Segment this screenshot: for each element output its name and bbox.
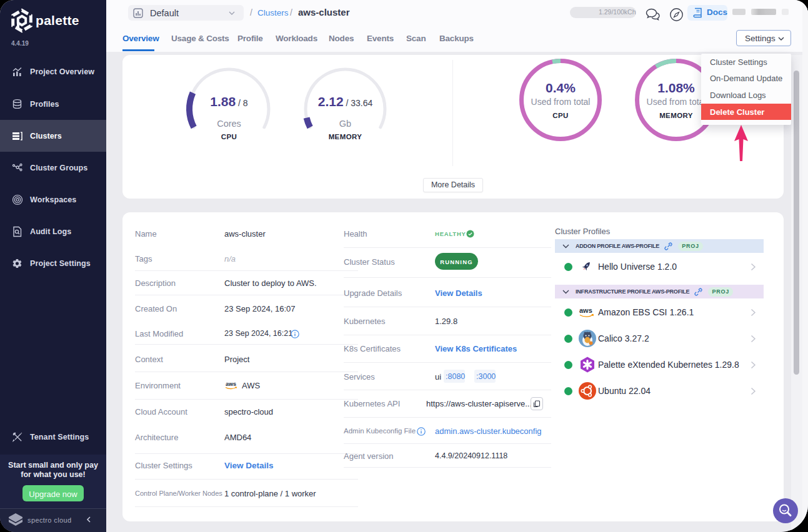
svg-text:aws: aws bbox=[579, 307, 592, 314]
svg-text:aws: aws bbox=[226, 381, 236, 387]
